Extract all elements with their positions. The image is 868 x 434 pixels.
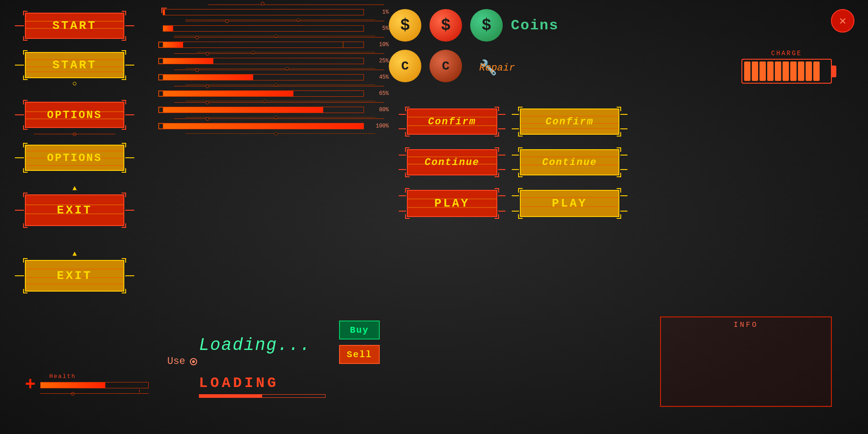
use-label: Use: [167, 356, 185, 367]
warning-triangle-yellow: ▲: [72, 250, 77, 258]
loading-animated-text: Loading...: [199, 335, 311, 355]
use-dot-icon: [190, 358, 197, 365]
start-red-label: START: [52, 19, 97, 33]
charge-label: CHARGE: [741, 50, 832, 57]
health-bar-area: + Health: [25, 376, 149, 398]
start-yellow-label: START: [52, 58, 97, 72]
repair-area: 🔧 Repair: [479, 59, 497, 77]
loading-area: Loading...: [199, 335, 311, 355]
coin-orange-c-1: C: [389, 50, 421, 82]
battery-body: [741, 59, 832, 84]
progress-label-45: 45%: [379, 74, 389, 80]
continue-yellow-label: Continue: [542, 157, 597, 168]
progress-label-65: 65%: [379, 90, 389, 97]
options-yellow-label: OPTIONS: [47, 152, 102, 164]
options-yellow-button[interactable]: OPTIONS: [25, 145, 124, 171]
coin-dark-c: C: [429, 50, 462, 82]
progress-bars-section: 1% 5%: [163, 9, 389, 139]
coin-orange-dollar-1: $: [389, 9, 421, 42]
use-area: Use: [167, 356, 197, 367]
buy-button[interactable]: Buy: [339, 321, 380, 340]
confirm-yellow-button[interactable]: Confirm: [520, 108, 619, 135]
confirm-red-button[interactable]: Confirm: [407, 108, 497, 135]
play-red-button[interactable]: PLAY: [407, 190, 497, 217]
loading-static-area: LOADING: [199, 375, 326, 398]
charge-battery-area: CHARGE: [741, 50, 832, 84]
play-yellow-button[interactable]: PLAY: [520, 190, 619, 217]
progress-label-25: 25%: [379, 58, 389, 64]
sell-label: Sell: [347, 349, 372, 360]
loading-static-text: LOADING: [199, 375, 278, 392]
info-box: INFO: [660, 316, 832, 407]
start-red-button[interactable]: START: [25, 13, 124, 39]
progress-label-80: 80%: [379, 107, 389, 113]
progress-label-5: 5%: [382, 25, 389, 32]
sell-button[interactable]: Sell: [339, 345, 380, 364]
exit-red-button[interactable]: ▲ EXIT: [25, 194, 124, 226]
exit-yellow-label: EXIT: [57, 269, 92, 283]
continue-red-button[interactable]: Continue: [407, 149, 497, 175]
continue-red-label: Continue: [425, 157, 480, 168]
buy-sell-area: Buy Sell: [339, 321, 380, 364]
coin-green-dollar: $: [470, 9, 503, 42]
start-yellow-button[interactable]: START: [25, 52, 124, 78]
play-red-label: PLAY: [434, 197, 470, 210]
repair-label: Repair: [479, 62, 515, 74]
close-button[interactable]: ✕: [831, 9, 854, 33]
close-icon: ✕: [839, 14, 846, 28]
health-plus-icon: +: [25, 376, 36, 394]
options-red-label: OPTIONS: [47, 109, 102, 121]
progress-label-1: 1%: [382, 9, 389, 15]
health-label: Health: [49, 373, 76, 380]
options-red-button[interactable]: OPTIONS: [25, 102, 124, 128]
buy-label: Buy: [350, 325, 369, 335]
confirm-red-label: Confirm: [428, 116, 476, 127]
coins-label: Coins: [511, 17, 559, 34]
warning-triangle-red: ▲: [72, 184, 77, 193]
progress-label-100: 100%: [376, 123, 389, 129]
confirm-yellow-label: Confirm: [546, 116, 594, 127]
coin-red-dollar: $: [429, 9, 462, 42]
exit-red-label: EXIT: [57, 203, 92, 217]
exit-yellow-button[interactable]: ▲ EXIT: [25, 260, 124, 292]
play-yellow-label: PLAY: [552, 197, 587, 210]
info-title: INFO: [661, 321, 831, 329]
continue-yellow-button[interactable]: Continue: [520, 149, 619, 175]
progress-label-10: 10%: [379, 42, 389, 48]
